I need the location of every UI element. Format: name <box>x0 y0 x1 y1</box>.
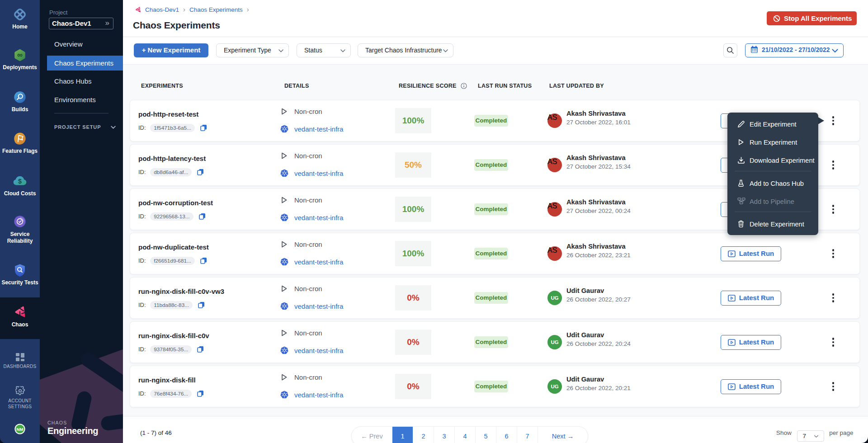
svg-text:NM: NM <box>17 427 24 432</box>
svg-text:$: $ <box>18 178 22 185</box>
svg-text:∞: ∞ <box>17 51 23 59</box>
